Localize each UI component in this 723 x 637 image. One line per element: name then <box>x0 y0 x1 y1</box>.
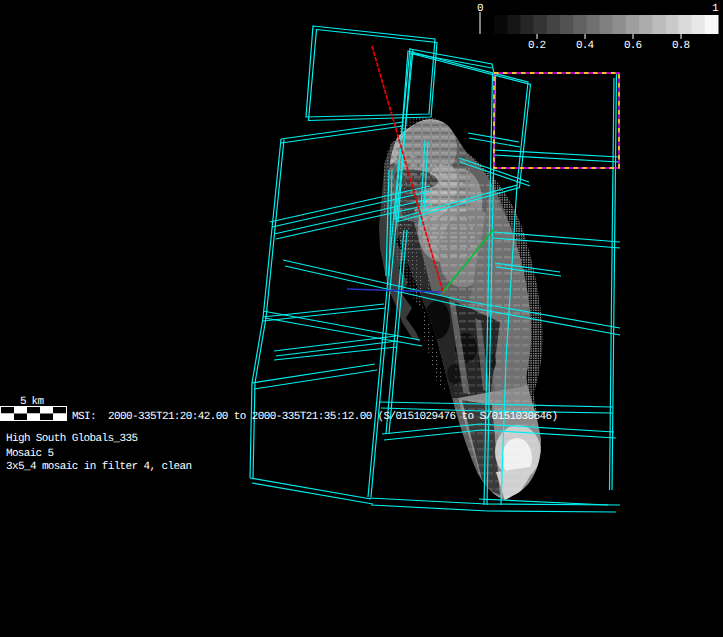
svg-text:High South Globals_335: High South Globals_335 <box>6 433 138 445</box>
svg-text:0.8: 0.8 <box>672 40 690 52</box>
svg-text:5 km: 5 km <box>20 396 44 408</box>
svg-text:3x5_4 mosaic in filter 4, clea: 3x5_4 mosaic in filter 4, clean <box>6 461 192 473</box>
svg-text:0: 0 <box>477 3 484 15</box>
svg-text:0.2: 0.2 <box>528 40 546 52</box>
svg-text:MSI: 2000-335T21:20:42.00 to: MSI: 2000-335T21:20:42.00 to 2000-335T21… <box>72 411 558 423</box>
svg-text:1: 1 <box>712 3 719 15</box>
svg-text:0.4: 0.4 <box>576 40 594 52</box>
svg-text:Mosaic 5: Mosaic 5 <box>6 448 54 460</box>
svg-text:0.6: 0.6 <box>624 40 642 52</box>
